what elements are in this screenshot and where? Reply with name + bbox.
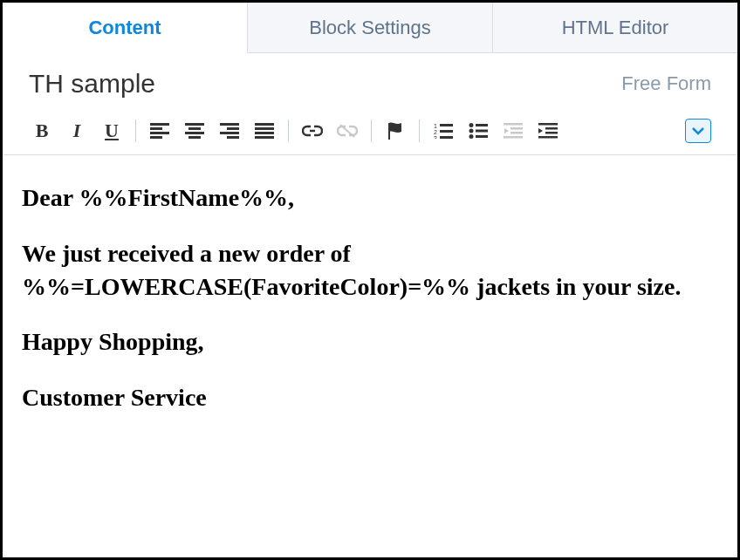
link-button[interactable] [299, 118, 325, 144]
outdent-icon [504, 123, 523, 139]
svg-rect-7 [188, 136, 201, 139]
svg-rect-30 [510, 127, 523, 130]
svg-text:2: 2 [434, 129, 437, 135]
separator [371, 120, 372, 142]
title-row: TH sample Free Form [3, 53, 737, 109]
italic-icon: I [73, 120, 81, 142]
underline-button[interactable]: U [99, 118, 125, 144]
svg-rect-32 [504, 136, 523, 139]
indent-icon [538, 123, 558, 139]
tab-content[interactable]: Content [3, 3, 247, 53]
italic-button[interactable]: I [64, 118, 90, 144]
layout-type-label: Free Form [621, 72, 711, 95]
paragraph-greeting: Dear %%FirstName%%, [22, 181, 718, 215]
svg-rect-13 [255, 127, 274, 130]
align-right-icon [220, 123, 239, 139]
document-title: TH sample [29, 69, 155, 99]
svg-rect-26 [476, 130, 488, 133]
paragraph-body: We just received a new order of %%=LOWER… [22, 237, 718, 304]
align-justify-icon [255, 123, 274, 139]
flag-button[interactable] [382, 118, 408, 144]
align-center-icon [185, 123, 204, 139]
svg-text:1: 1 [434, 123, 437, 129]
numbered-list-button[interactable]: 123 [430, 118, 456, 144]
svg-rect-10 [220, 132, 239, 134]
paragraph-signature: Customer Service [22, 381, 718, 414]
align-right-button[interactable] [216, 118, 243, 144]
svg-rect-36 [538, 136, 558, 139]
bold-icon: B [36, 120, 49, 142]
svg-rect-12 [255, 123, 274, 126]
svg-point-27 [469, 134, 474, 139]
svg-rect-18 [440, 124, 453, 126]
outdent-button[interactable] [500, 118, 526, 144]
svg-rect-28 [476, 135, 488, 138]
underline-icon: U [105, 120, 119, 142]
svg-rect-14 [255, 132, 274, 134]
align-left-button[interactable] [147, 118, 173, 144]
svg-rect-15 [255, 136, 274, 139]
svg-rect-20 [440, 130, 453, 133]
svg-rect-34 [545, 127, 558, 130]
svg-rect-8 [220, 123, 239, 126]
separator [419, 120, 420, 142]
bullet-list-icon [469, 123, 488, 139]
paragraph-signoff: Happy Shopping, [22, 325, 718, 359]
svg-rect-4 [185, 123, 204, 126]
align-center-button[interactable] [182, 118, 208, 144]
link-icon [302, 125, 323, 137]
svg-rect-6 [185, 132, 204, 134]
editor-toolbar: B I U 123 [3, 109, 737, 155]
svg-rect-24 [476, 124, 488, 126]
tab-block-settings[interactable]: Block Settings [247, 3, 492, 53]
svg-rect-22 [440, 136, 453, 139]
tab-html-editor[interactable]: HTML Editor [492, 3, 737, 53]
svg-rect-16 [388, 123, 390, 140]
svg-rect-31 [510, 132, 523, 134]
bullet-list-button[interactable] [465, 118, 491, 144]
align-left-icon [150, 123, 169, 139]
numbered-list-icon: 123 [434, 123, 453, 139]
svg-rect-0 [150, 123, 169, 126]
separator [288, 120, 289, 142]
separator [135, 120, 136, 142]
svg-rect-9 [227, 127, 239, 130]
svg-rect-11 [227, 136, 239, 139]
svg-rect-3 [150, 136, 162, 139]
svg-text:3: 3 [434, 135, 437, 139]
bold-button[interactable]: B [29, 118, 55, 144]
svg-rect-35 [545, 132, 558, 134]
svg-rect-5 [188, 127, 201, 130]
editor-content[interactable]: Dear %%FirstName%%, We just received a n… [3, 155, 737, 463]
svg-rect-29 [504, 123, 523, 126]
chevron-down-icon [692, 126, 704, 135]
flag-icon [386, 121, 405, 140]
more-dropdown-button[interactable] [685, 119, 711, 143]
tab-bar: Content Block Settings HTML Editor [3, 3, 737, 53]
svg-point-25 [469, 129, 474, 133]
svg-rect-1 [150, 127, 162, 130]
unlink-icon [337, 124, 358, 138]
svg-rect-33 [538, 123, 558, 126]
indent-button[interactable] [535, 118, 561, 144]
svg-rect-2 [150, 132, 169, 134]
svg-point-23 [469, 123, 474, 127]
unlink-button[interactable] [334, 118, 360, 144]
align-justify-button[interactable] [251, 118, 278, 144]
